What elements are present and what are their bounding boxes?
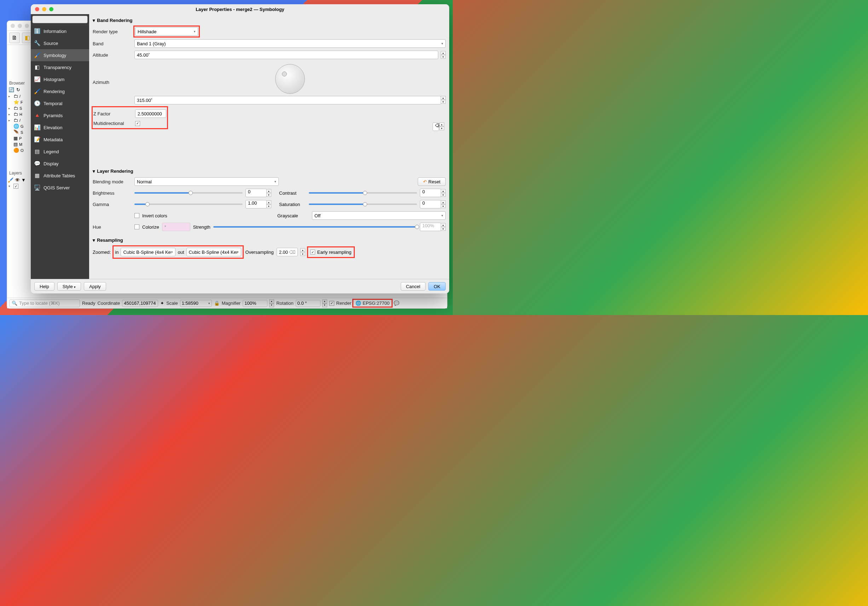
saturation-label: Saturation <box>274 202 306 207</box>
extent-icon[interactable]: ✦ <box>160 300 164 306</box>
status-ready: Ready <box>82 300 96 306</box>
sidebar-item-pyramids[interactable]: 🔺Pyramids <box>31 109 89 121</box>
source-icon: 🔧 <box>34 40 41 47</box>
azimuth-label: Azimuth <box>93 62 132 85</box>
dialog-title: Layer Properties - merge2 — Symbology <box>31 7 449 12</box>
magnifier-input[interactable]: 100% <box>243 300 267 307</box>
altitude-label: Altitude <box>93 52 132 58</box>
zoomed-in-label: in <box>115 250 118 255</box>
rotation-input[interactable]: 0.0 ° <box>296 300 321 307</box>
grayscale-combo[interactable]: Off▾ <box>312 211 446 220</box>
section-band-rendering[interactable]: ▾ Band Rendering <box>93 16 446 25</box>
contrast-slider[interactable] <box>309 192 417 194</box>
sidebar-item-metadata[interactable]: 📝Metadata <box>31 134 89 146</box>
zoomed-in-combo[interactable]: Cubic B-Spline (4x4 Kernel)▾ <box>121 248 175 256</box>
altitude-input[interactable]: 45.00˚ <box>135 51 438 59</box>
azimuth-input[interactable]: 315.00˚ <box>135 96 441 104</box>
saturation-slider[interactable] <box>309 204 417 205</box>
pyramids-icon: 🔺 <box>34 112 41 119</box>
scale-combo[interactable]: 1:58590▾ <box>180 300 212 307</box>
elevation-icon: 📊 <box>34 124 41 131</box>
legend-icon: ▤ <box>34 148 41 155</box>
brightness-slider[interactable] <box>135 192 243 194</box>
clear-icon[interactable]: ⌫ <box>432 123 439 131</box>
reset-button[interactable]: ↶ Reset <box>418 177 446 186</box>
render-checkbox[interactable]: ✓ <box>329 301 334 306</box>
hue-label: Hue <box>93 224 132 230</box>
qgis server-icon: 🖥️ <box>34 184 41 191</box>
sidebar-item-legend[interactable]: ▤Legend <box>31 146 89 157</box>
oversampling-input[interactable]: 2.00⌫ <box>277 248 298 256</box>
lock-icon[interactable]: 🔒 <box>214 300 220 306</box>
band-label: Band <box>93 41 132 47</box>
transparency-icon: ◧ <box>34 64 41 71</box>
zoomed-out-label: out <box>178 250 184 255</box>
histogram-icon: 📈 <box>34 76 41 83</box>
contrast-input[interactable]: 0 <box>420 189 441 197</box>
style-button[interactable]: Style ▾ <box>57 282 81 291</box>
sidebar-item-display[interactable]: 💬Display <box>31 157 89 169</box>
disclosure-icon: ▾ <box>93 18 95 23</box>
sidebar-item-attribute-tables[interactable]: ▦Attribute Tables <box>31 169 89 182</box>
dialog-footer: Help Style ▾ Apply Cancel OK <box>31 279 449 294</box>
band-combo[interactable]: Band 1 (Gray)▾ <box>135 39 446 48</box>
invert-colors-checkbox[interactable] <box>135 213 140 218</box>
sidebar-item-elevation[interactable]: 📊Elevation <box>31 121 89 134</box>
maximize-icon[interactable] <box>49 7 53 11</box>
multidirectional-checkbox[interactable]: ✓ <box>135 121 140 126</box>
sidebar-item-source[interactable]: 🔧Source <box>31 37 89 49</box>
strength-slider[interactable] <box>213 226 417 228</box>
strength-input: 100% <box>420 223 441 231</box>
sidebar-item-symbology[interactable]: 🖌️Symbology <box>31 49 89 61</box>
gamma-input[interactable]: 1.00 <box>245 200 267 208</box>
sidebar-item-histogram[interactable]: 📈Histogram <box>31 73 89 85</box>
apply-button[interactable]: Apply <box>84 282 106 291</box>
sidebar-item-temporal[interactable]: 🕓Temporal <box>31 97 89 109</box>
minimize-icon[interactable] <box>42 7 46 11</box>
oversampling-label: Oversampling <box>245 250 274 255</box>
cancel-button[interactable]: Cancel <box>401 282 426 291</box>
zoomed-label: Zoomed: <box>93 250 111 255</box>
colorize-color[interactable]: ▾ <box>162 223 190 231</box>
new-project-icon[interactable]: 🗎 <box>9 33 20 43</box>
ok-button[interactable]: OK <box>428 282 446 291</box>
sidebar-item-rendering[interactable]: 🖌️Rendering <box>31 85 89 97</box>
blending-label: Blending mode <box>93 179 132 185</box>
multidirectional-label: Multidirectional <box>93 121 132 126</box>
coordinate-input[interactable] <box>122 300 158 307</box>
messages-icon[interactable]: 💬 <box>394 300 399 306</box>
status-bar: 🔍 Type to locate (⌘K) Ready Coordinate ✦… <box>7 298 447 308</box>
grayscale-label: Grayscale <box>277 213 309 218</box>
early-resampling-label: Early resampling <box>317 250 352 255</box>
colorize-checkbox[interactable] <box>135 224 140 229</box>
properties-sidebar: ℹ️Information🔧Source🖌️Symbology◧Transpar… <box>31 14 89 279</box>
saturation-input[interactable]: 0 <box>420 200 441 208</box>
help-button[interactable]: Help <box>34 282 54 291</box>
colorize-label: Colorize <box>142 224 159 230</box>
sidebar-item-information[interactable]: ℹ️Information <box>31 25 89 37</box>
sidebar-item-transparency[interactable]: ◧Transparency <box>31 61 89 73</box>
zoomed-out-combo[interactable]: Cubic B-Spline (4x4 Kernel)▾ <box>186 248 241 256</box>
locator-input[interactable]: 🔍 Type to locate (⌘K) <box>9 300 80 307</box>
sidebar-item-qgis-server[interactable]: 🖥️QGIS Server <box>31 182 89 194</box>
display-icon: 💬 <box>34 160 41 167</box>
strength-label: Strength <box>193 224 211 230</box>
gamma-slider[interactable] <box>135 204 243 205</box>
close-icon[interactable] <box>35 7 39 11</box>
blending-combo[interactable]: Normal▾ <box>135 177 279 186</box>
disclosure-icon: ▾ <box>93 168 95 174</box>
disclosure-icon: ▾ <box>93 238 95 243</box>
brightness-input[interactable]: 0 <box>245 189 267 197</box>
render-type-label: Render type <box>93 29 132 34</box>
crs-icon[interactable]: 🌐 <box>355 300 361 306</box>
render-type-combo[interactable]: Hillshade▾ <box>135 27 198 36</box>
temporal-icon: 🕓 <box>34 100 41 107</box>
section-layer-rendering[interactable]: ▾ Layer Rendering <box>93 166 446 176</box>
search-icon: 🔍 <box>12 300 17 306</box>
early-resampling-checkbox[interactable]: ✓ <box>310 250 315 255</box>
section-resampling[interactable]: ▾ Resampling <box>93 235 446 245</box>
crs-label[interactable]: EPSG:27700 <box>363 300 389 306</box>
azimuth-dial[interactable] <box>275 64 305 94</box>
sidebar-search-input[interactable] <box>32 16 88 23</box>
zfactor-input[interactable]: 2.50000000 <box>135 109 166 118</box>
